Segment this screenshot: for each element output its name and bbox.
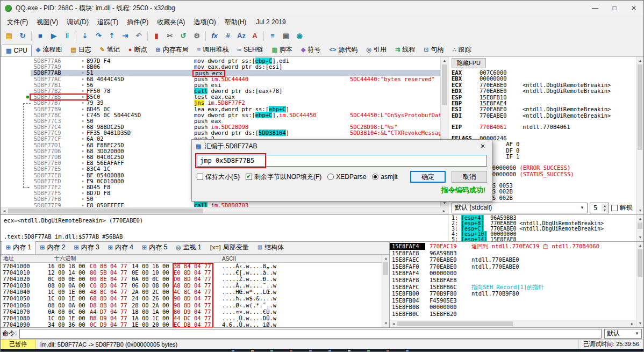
scroll-right-icon[interactable]: ► — [440, 207, 448, 215]
scroll-track[interactable] — [382, 262, 389, 320]
registers-vertical-scrollbar[interactable]: ▲▼ — [636, 57, 643, 214]
tab-dump-1[interactable]: ⊞内存 1 — [2, 241, 35, 254]
scissors-button[interactable]: ✂ — [163, 30, 176, 42]
scroll-thumb[interactable] — [638, 64, 642, 150]
stack-row[interactable]: 15E8FAEC770EABE0ntdll.770EABE0 — [390, 256, 636, 263]
memory-dump-vertical-scrollbar[interactable]: ▲▼ — [382, 255, 389, 327]
scroll-thumb[interactable] — [638, 222, 642, 229]
record-button[interactable]: ▮ — [150, 30, 163, 42]
disasm-row[interactable]: 5D8F77A9•8B06mov eax,dword ptr ds:[esi] — [1, 64, 440, 70]
memory-dump-row[interactable]: 7704103008 00 0A 00C0 8D 04 7706 00 08 0… — [1, 282, 382, 289]
step-over-button[interactable]: ↷ — [92, 30, 105, 42]
chat-button[interactable]: ◉ — [293, 30, 306, 42]
scroll-track[interactable] — [397, 320, 628, 327]
menu-trace[interactable]: 追踪(T) — [93, 17, 123, 28]
hash-button[interactable]: # — [221, 30, 234, 42]
tab-struct[interactable]: ≣结构体 — [253, 241, 288, 254]
arguments-view[interactable]: 1: [esp+4] 96A59BB32: [esp+8] 770EABE0 <… — [448, 215, 636, 241]
menu-help[interactable]: 帮助(H) — [220, 17, 251, 28]
scroll-down-icon[interactable]: ▼ — [382, 320, 389, 327]
command-input[interactable] — [19, 329, 602, 339]
assemble-dialog-titlebar[interactable]: ▦ 汇编于 5D8F77AB ✕ — [192, 140, 492, 153]
memory-dump-row[interactable]: 770410501C 00 1E 0068 8D 04 7724 00 26 0… — [1, 295, 382, 301]
tab-seh[interactable]: ∞SEH链 — [233, 43, 268, 56]
memory-dump-row[interactable]: 7704101012 00 14 0080 5B 04 770E 00 10 0… — [1, 269, 382, 276]
stack-row[interactable]: 15E8FAF400000000 — [390, 270, 636, 277]
tab-locals[interactable]: [x=]局部变量 — [206, 241, 253, 254]
scroll-track[interactable] — [636, 222, 643, 234]
tab-notes[interactable]: ✎笔记 — [96, 43, 124, 56]
scroll-thumb[interactable] — [638, 249, 642, 277]
scroll-right-icon[interactable]: ► — [628, 320, 636, 327]
scroll-thumb[interactable] — [397, 321, 513, 326]
memory-dump-row[interactable]: 7704100016 00 18 00C0 8B 04 7714 00 16 0… — [1, 263, 382, 269]
memory-dump-row[interactable]: 7704109034 00 36 000C D9 04 771E 00 20 0… — [1, 321, 382, 327]
tab-threads[interactable]: ⇉线程 — [391, 43, 419, 56]
menu-options[interactable]: 选项(O) — [189, 17, 220, 28]
open-file-button[interactable]: ▤ — [3, 30, 16, 42]
disasm-row[interactable]: 5D8F77F9•E8 050FFEFFcall im.5D8D8703 — [1, 203, 440, 207]
command-syntax-select[interactable]: 默认 ▼ — [604, 329, 642, 339]
threads-button[interactable]: ≡ — [266, 30, 279, 42]
maximize-button[interactable]: □ — [605, 1, 624, 16]
step-out-button[interactable]: ⇡ — [105, 30, 118, 42]
stack-row[interactable]: 15E8FAF815E8FAE8 — [390, 277, 636, 284]
menu-plugins[interactable]: 插件(P) — [123, 17, 153, 28]
tab-call-stack[interactable]: ≡调用堆栈 — [193, 43, 233, 56]
menu-debug[interactable]: 调试(D) — [62, 17, 93, 28]
memory-dump-rows[interactable]: 7704100016 00 18 00C0 8B 04 7714 00 16 0… — [1, 263, 382, 327]
tab-log[interactable]: ▤日志 — [66, 43, 95, 56]
keep-size-checkbox[interactable]: 保持大小(S) — [197, 173, 240, 182]
close-button[interactable]: ✕ — [624, 1, 643, 16]
stack-row[interactable]: 15E8FAF0770EABE0ntdll.770EABE0 — [390, 263, 636, 270]
spinner-buttons[interactable]: ▲▼ — [602, 204, 608, 212]
memory-dump-row[interactable]: 770410200C 00 0E 0000 8E 04 770A 00 0C 0… — [1, 276, 382, 282]
scroll-up-icon[interactable]: ▲ — [382, 255, 389, 262]
minimize-button[interactable]: — — [585, 1, 605, 16]
scroll-thumb[interactable] — [383, 262, 388, 275]
asmjit-radio[interactable]: asmjit — [372, 173, 397, 181]
refresh-button[interactable]: ↺ — [177, 30, 190, 42]
scroll-up-icon[interactable]: ▲ — [636, 57, 644, 64]
tab-handles[interactable]: ⊡句柄 — [419, 43, 448, 56]
argument-row[interactable]: 5: [esp+14] 15E8FAE8 — [452, 237, 636, 241]
menu-favourites[interactable]: 收藏夹(A) — [153, 17, 189, 28]
stop-button[interactable]: ■ — [34, 30, 47, 42]
stack-row[interactable]: 15E8FB0800000000 — [390, 304, 636, 311]
xedparse-radio[interactable]: XEDParse — [327, 173, 366, 181]
calling-convention-select[interactable]: 默认 (stdcall)▼ — [452, 203, 588, 213]
disasm-row[interactable]: 5D8F77C9•FF35 0481D35Dpush dword ptr ds:… — [1, 130, 440, 136]
menu-file[interactable]: 文件(F) — [3, 17, 32, 28]
scroll-down-icon[interactable]: ▼ — [636, 320, 644, 327]
stack-row[interactable]: 15E8FAE4770EAC19返回到 ntdll.770EAC19 自 ntd… — [390, 243, 636, 250]
font-button[interactable]: A — [248, 30, 261, 42]
run-button[interactable]: ▶ — [47, 30, 60, 42]
tab-breakpoints[interactable]: ●断点 — [124, 43, 152, 56]
stack-row[interactable]: 15E8FAE896A59BB3 — [390, 250, 636, 257]
tab-dump-2[interactable]: ⊞内存 2 — [35, 241, 69, 254]
disassembly-horizontal-scrollbar[interactable]: ◄► — [1, 207, 448, 214]
window-button[interactable]: ▣ — [280, 30, 292, 42]
back-button[interactable]: ↶ — [132, 30, 145, 42]
tab-references[interactable]: ◎引用 — [362, 43, 391, 56]
hide-fpu-button[interactable]: 隐藏FPU — [452, 58, 486, 68]
tab-dump-4[interactable]: ⊞内存 4 — [104, 241, 138, 254]
tab-memory-map[interactable]: ⊞内存布局 — [152, 43, 193, 56]
stack-row[interactable]: 15E8FAFC15E8FB6C指向SEH_Record[1]的指针 — [390, 284, 636, 291]
scroll-down-icon[interactable]: ▼ — [636, 207, 644, 214]
scroll-track[interactable] — [636, 249, 643, 320]
scroll-left-icon[interactable]: ◄ — [1, 207, 8, 215]
stack-row[interactable]: 15E8FB04F45905E3 — [390, 297, 636, 304]
settings-button[interactable]: ⚙ — [190, 30, 203, 42]
tab-source[interactable]: <>源代码 — [325, 43, 362, 56]
scroll-track[interactable] — [636, 64, 643, 207]
scroll-track[interactable] — [8, 207, 440, 214]
dialog-close-icon[interactable]: ✕ — [475, 140, 491, 153]
stack-row[interactable]: 15E8FB00770B9F80ntdll.770B9F80 — [390, 290, 636, 297]
tab-cpu[interactable]: ▦CPU — [2, 45, 32, 56]
fx-button[interactable]: fx — [208, 30, 221, 42]
breakpoint-dot[interactable]: ● — [26, 94, 29, 100]
nop-fill-checkbox[interactable]: 剩余字节以NOP填充(F) — [246, 173, 321, 182]
scroll-down-icon[interactable]: ▼ — [636, 234, 644, 241]
run-to-user-button[interactable]: ⇥ — [119, 30, 132, 42]
